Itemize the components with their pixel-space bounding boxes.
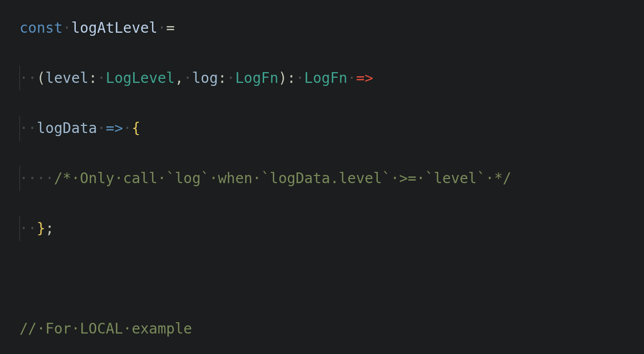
whitespace: · (97, 70, 106, 86)
whitespace: ·· (19, 220, 37, 237)
punctuation-lbrace: { (132, 120, 140, 137)
type-LogLevel: LogLevel (106, 70, 175, 86)
whitespace: · (183, 70, 192, 86)
param-logData: logData (37, 120, 97, 137)
block-comment: /*·Only·call·`log`·when·`logData.level`·… (54, 170, 511, 187)
indent-guide (19, 216, 20, 241)
code-line: ··(level:·LogLevel,·log:·LogFn):·LogFn·=… (19, 65, 644, 91)
whitespace: · (158, 19, 166, 36)
indent-guide (19, 65, 20, 91)
operator-arrow: => (106, 120, 123, 137)
line-comment: //·For·LOCAL·example (19, 320, 192, 337)
code-line: ····/*·Only·call·`log`·when·`logData.lev… (19, 166, 644, 191)
punctuation-semicolon: ; (46, 220, 54, 237)
punctuation-rparen: ) (278, 70, 287, 86)
indent-guide (19, 116, 20, 141)
operator-equals: = (166, 19, 175, 36)
whitespace: · (97, 120, 106, 137)
whitespace: ·· (19, 70, 37, 86)
param-level: level (46, 70, 89, 86)
punctuation-comma: , (175, 70, 183, 86)
punctuation-lparen: ( (37, 70, 46, 86)
whitespace: ···· (19, 170, 54, 187)
code-line: ··}; (19, 216, 644, 241)
whitespace: · (348, 70, 356, 86)
type-LogFn: LogFn (235, 70, 278, 86)
param-log: log (192, 70, 218, 86)
punctuation-colon: : (89, 70, 97, 86)
blank-line (19, 266, 644, 291)
type-LogFn: LogFn (304, 70, 347, 86)
operator-arrow: => (356, 70, 374, 86)
whitespace: · (62, 19, 71, 36)
punctuation-colon: : (287, 70, 296, 86)
whitespace: · (123, 120, 132, 137)
punctuation-rbrace: } (37, 220, 46, 237)
whitespace: · (227, 70, 235, 86)
whitespace: · (295, 70, 304, 86)
code-line: //·For·LOCAL·example (19, 316, 644, 341)
code-line: ··logData·=>·{ (19, 116, 644, 141)
code-block: const·logAtLevel·= ··(level:·LogLevel,·l… (19, 15, 644, 354)
whitespace: ·· (19, 120, 37, 137)
keyword-const: const (19, 19, 62, 36)
identifier-logAtLevel: logAtLevel (71, 19, 158, 36)
code-line: const·logAtLevel·= (19, 15, 644, 40)
indent-guide (19, 166, 20, 191)
punctuation-colon: : (218, 70, 227, 86)
